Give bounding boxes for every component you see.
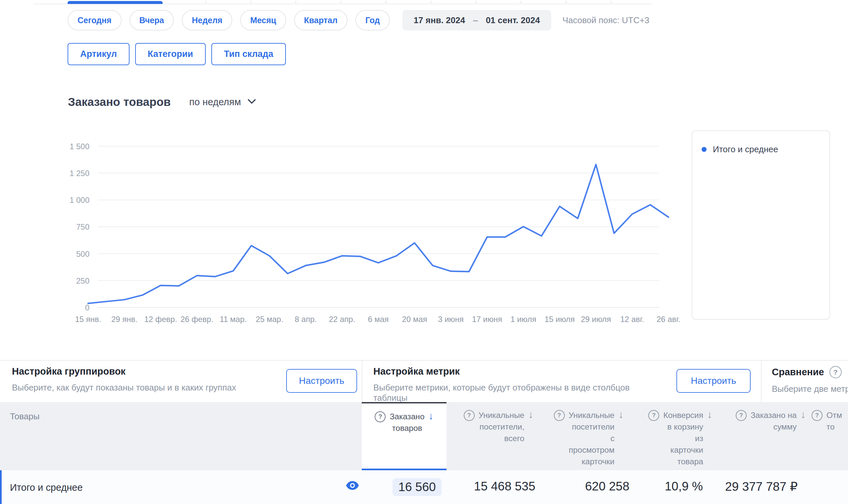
granularity-dropdown[interactable]: по неделям [189, 97, 256, 108]
x-axis-label: 15 янв. [75, 315, 101, 324]
column-header-unique-visitors-viewed[interactable]: ? Уникальные посетители с просмотром кар… [538, 402, 628, 470]
chart-title: Заказано товаров [68, 95, 171, 109]
help-icon[interactable]: ? [375, 411, 385, 422]
help-icon[interactable]: ? [829, 366, 842, 378]
y-axis-label: 1 250 [70, 169, 89, 178]
column-header-unique-visitors-total[interactable]: ? Уникальные посетители, всего ↓ [447, 402, 538, 470]
tab-divider [341, 1, 341, 3]
table-row-totals[interactable]: Итого и среднее 16 560 15 468 535 620 25… [0, 470, 848, 504]
x-axis-label: 26 февр. [180, 315, 213, 324]
sort-icon[interactable]: ↓ [707, 409, 712, 470]
timezone-label: Часовой пояс: UTC+3 [563, 15, 649, 25]
legend-label: Итого и среднее [713, 144, 778, 155]
period-button-3[interactable]: Неделя [182, 10, 232, 31]
x-axis-label: 17 июня [472, 315, 502, 324]
tab-divider [476, 1, 476, 3]
configure-metrics-button[interactable]: Настроить [676, 369, 750, 393]
y-axis-label: 1 500 [70, 142, 89, 151]
cell-unique-visitors-viewed: 620 258 [585, 480, 629, 493]
tab-divider [295, 1, 296, 3]
x-axis-label: 12 февр. [144, 315, 177, 324]
metrics-panel-title: Настройка метрик [373, 366, 665, 377]
value-highlight: 16 560 [393, 478, 442, 496]
sort-icon[interactable]: ↓ [529, 409, 533, 470]
x-axis-label: 1 июля [510, 315, 536, 324]
cell-ordered-amount: 29 377 787 ₽ [725, 480, 798, 494]
sort-icon[interactable]: ↓ [619, 409, 623, 470]
cell-unique-visitors-total: 15 468 535 [474, 480, 535, 493]
x-axis-label: 6 мая [368, 315, 389, 324]
date-range-separator: – [473, 15, 478, 25]
date-range-picker[interactable]: 17 янв. 2024 – 01 сент. 2024 [402, 10, 551, 31]
column-header-ordered-amount[interactable]: ? Заказано на сумму ↓ [717, 402, 810, 470]
metrics-settings-panel: Настройка метрик Выберите метрики, котор… [373, 366, 665, 403]
cell-ordered-items: 16 560 [398, 480, 436, 494]
date-range-start: 17 янв. 2024 [414, 15, 465, 25]
x-axis-label: 29 июля [581, 315, 611, 324]
comparison-panel-title: Сравнение [772, 367, 824, 378]
date-range-end: 01 сент. 2024 [486, 15, 540, 25]
tab-divider [431, 1, 431, 3]
x-axis-label: 25 мар. [256, 315, 283, 324]
column-header-ordered-items[interactable]: ? Заказано товаров ↓ [362, 402, 447, 470]
x-axis-label: 22 апр. [329, 315, 356, 324]
x-axis-label: 15 июля [544, 315, 575, 324]
row-label: Итого и среднее [10, 482, 83, 493]
dimension-button-2[interactable]: Категории [135, 43, 206, 65]
tab-divider [385, 1, 386, 3]
metrics-panel-subtitle: Выберите метрики, которые будут отображе… [373, 382, 665, 403]
sort-desc-icon[interactable]: ↓ [429, 411, 434, 470]
y-axis-label: 500 [76, 250, 89, 258]
tab-divider [566, 1, 567, 3]
column-header-cart-conversion[interactable]: ? Конверсия в корзину из карточки товара… [628, 402, 717, 470]
table-header: Товары ? Заказано товаров ↓ ? Уникальные… [0, 402, 848, 470]
grouping-settings-panel: Настройка группировок Выберите, как буду… [12, 366, 277, 393]
column-header-products: Товары [10, 411, 39, 421]
chevron-down-icon [247, 98, 256, 106]
row-accent-bar [0, 470, 2, 504]
period-button-4[interactable]: Месяц [240, 10, 286, 31]
tab-divider [205, 1, 206, 3]
sort-icon[interactable]: ↓ [801, 409, 806, 470]
column-header-cancellations[interactable]: ? Отм то [810, 402, 848, 470]
x-axis-label: 26 авг. [657, 315, 680, 324]
cell-cart-conversion: 10,9 % [665, 480, 703, 493]
dimension-filter-row: АртикулКатегорииТип склада [68, 43, 286, 65]
eye-icon[interactable] [346, 481, 359, 491]
period-button-1[interactable]: Сегодня [68, 10, 122, 31]
help-icon[interactable]: ? [464, 410, 475, 421]
help-icon[interactable]: ? [812, 410, 823, 421]
y-axis-label: 0 [85, 303, 89, 312]
x-axis-label: 3 июня [438, 315, 464, 324]
dimension-button-3[interactable]: Тип склада [211, 43, 286, 65]
top-tab-bar[interactable] [33, 0, 652, 4]
x-axis-label: 8 апр. [295, 315, 317, 324]
y-axis-label: 250 [76, 276, 89, 285]
x-axis-label: 20 мая [402, 315, 427, 324]
period-button-6[interactable]: Год [356, 10, 390, 31]
orders-line-chart: 02505007501 0001 2501 50015 янв.29 янв.1… [66, 131, 672, 329]
y-axis-label: 750 [76, 222, 89, 231]
chart-title-row: Заказано товаров по неделям [68, 95, 256, 109]
comparison-panel: Сравнение ? Выберите две метрики [772, 366, 848, 394]
y-axis-label: 1 000 [70, 196, 89, 204]
period-filter-row: СегодняВчераНеделяМесяцКварталГод 17 янв… [68, 10, 649, 31]
active-tab-indicator[interactable] [68, 1, 163, 4]
panel-divider [362, 361, 362, 402]
help-icon[interactable]: ? [554, 410, 565, 421]
chart-legend-box: Итого и среднее [692, 130, 830, 320]
legend-item-total[interactable]: Итого и среднее [692, 131, 829, 155]
period-button-2[interactable]: Вчера [129, 10, 174, 31]
comparison-panel-subtitle: Выберите две метрики [772, 384, 848, 394]
panel-divider [761, 361, 762, 402]
series-line-total[interactable] [88, 164, 669, 304]
x-axis-label: 29 янв. [111, 315, 137, 324]
tab-divider [611, 1, 611, 3]
period-button-5[interactable]: Квартал [294, 10, 347, 31]
help-icon[interactable]: ? [736, 410, 747, 421]
analytics-page: СегодняВчераНеделяМесяцКварталГод 17 янв… [0, 0, 848, 504]
granularity-label: по неделям [189, 97, 241, 108]
dimension-button-1[interactable]: Артикул [68, 43, 129, 65]
configure-grouping-button[interactable]: Настроить [286, 369, 357, 393]
help-icon[interactable]: ? [648, 410, 659, 421]
